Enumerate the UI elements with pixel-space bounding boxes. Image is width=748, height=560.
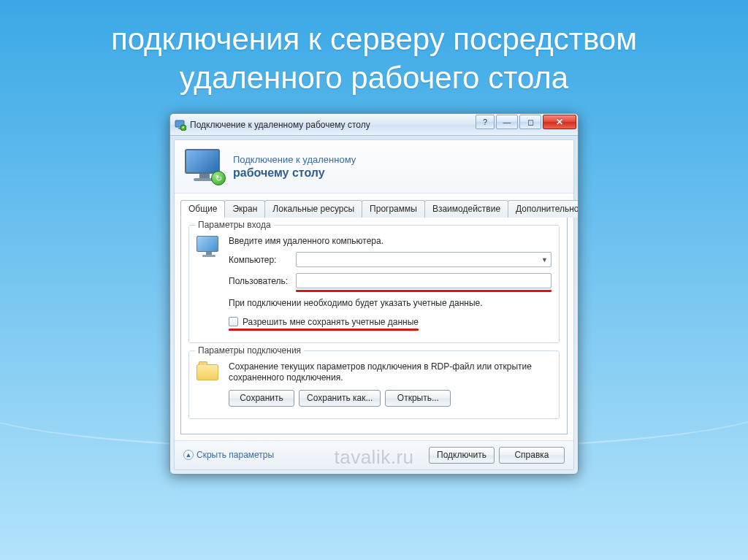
bottom-bar: ▲ Скрыть параметры Подключить Справка: [175, 440, 573, 469]
header-line2: рабочему столу: [233, 166, 356, 180]
client-area: ↻ Подключение к удаленному рабочему стол…: [174, 139, 574, 470]
rdp-dialog-container: Подключение к удаленному рабочему столу …: [169, 113, 579, 475]
tab-programs[interactable]: Программы: [362, 200, 425, 218]
annotation-underline-user: [296, 290, 552, 292]
connection-groupbox: Параметры подключения Сохранение текущих…: [188, 350, 560, 419]
tab-local-resources[interactable]: Локальные ресурсы: [264, 200, 362, 218]
help-icon: ?: [483, 118, 487, 126]
collapse-label: Скрыть параметры: [196, 450, 274, 460]
tab-display[interactable]: Экран: [224, 200, 265, 218]
login-groupbox-legend: Параметры входа: [195, 220, 274, 230]
computer-icon: [196, 236, 221, 257]
minimize-button[interactable]: —: [496, 115, 518, 129]
tabstrip: Общие Экран Локальные ресурсы Программы …: [175, 193, 573, 217]
tab-panel-general: Параметры входа Введите имя удаленного к…: [180, 217, 568, 434]
allow-save-checkbox[interactable]: [229, 317, 238, 326]
login-groupbox: Параметры входа Введите имя удаленного к…: [188, 225, 560, 343]
slide-title: подключения к серверу посредством удален…: [0, 0, 748, 97]
header-panel: ↻ Подключение к удаленному рабочему стол…: [175, 140, 573, 193]
allow-save-label: Разрешить мне сохранять учетные данные: [243, 317, 419, 327]
save-button[interactable]: Сохранить: [229, 390, 294, 407]
open-button[interactable]: Открыть...: [385, 390, 451, 407]
window-title: Подключение к удаленному рабочему столу: [190, 120, 370, 130]
help-dialog-button[interactable]: Справка: [499, 447, 565, 464]
computer-label: Компьютер:: [229, 255, 296, 265]
login-instruction: Введите имя удаленного компьютера.: [229, 236, 552, 246]
rdp-hero-icon: ↻: [185, 149, 224, 184]
header-text: Подключение к удаленному рабочему столу: [233, 154, 356, 180]
chevron-up-icon: ▲: [183, 450, 194, 460]
computer-combobox[interactable]: ▼: [296, 252, 552, 267]
arrow-badge-icon: ↻: [211, 171, 226, 185]
annotation-underline-checkbox: [229, 329, 419, 331]
header-line1: Подключение к удаленному: [233, 154, 356, 165]
window-buttons: ? — ◻ ✕: [476, 115, 576, 129]
user-field[interactable]: [296, 273, 552, 288]
save-as-button[interactable]: Сохранить как...: [299, 390, 381, 407]
collapse-options-link[interactable]: ▲ Скрыть параметры: [183, 450, 274, 460]
close-icon: ✕: [556, 117, 563, 127]
user-label: Пользователь:: [229, 276, 296, 286]
chevron-down-icon: ▼: [541, 256, 548, 264]
titlebar[interactable]: Подключение к удаленному рабочему столу …: [170, 114, 578, 136]
maximize-button[interactable]: ◻: [519, 115, 541, 129]
connection-desc: Сохранение текущих параметров подключени…: [229, 361, 552, 384]
maximize-icon: ◻: [527, 118, 534, 127]
rdp-app-icon: [175, 119, 186, 131]
tab-general[interactable]: Общие: [180, 200, 225, 218]
credentials-note: При подключении необходимо будет указать…: [229, 298, 552, 310]
tab-experience[interactable]: Взаимодействие: [424, 200, 508, 218]
minimize-icon: —: [503, 118, 511, 126]
connect-button[interactable]: Подключить: [429, 447, 495, 464]
folder-icon: [196, 361, 221, 382]
help-button[interactable]: ?: [476, 115, 495, 129]
rdp-window: Подключение к удаленному рабочему столу …: [169, 113, 579, 475]
tab-advanced[interactable]: Дополнительно: [508, 200, 579, 218]
connection-groupbox-legend: Параметры подключения: [195, 345, 304, 356]
slide-background: подключения к серверу посредством удален…: [0, 0, 748, 560]
close-button[interactable]: ✕: [543, 115, 576, 129]
